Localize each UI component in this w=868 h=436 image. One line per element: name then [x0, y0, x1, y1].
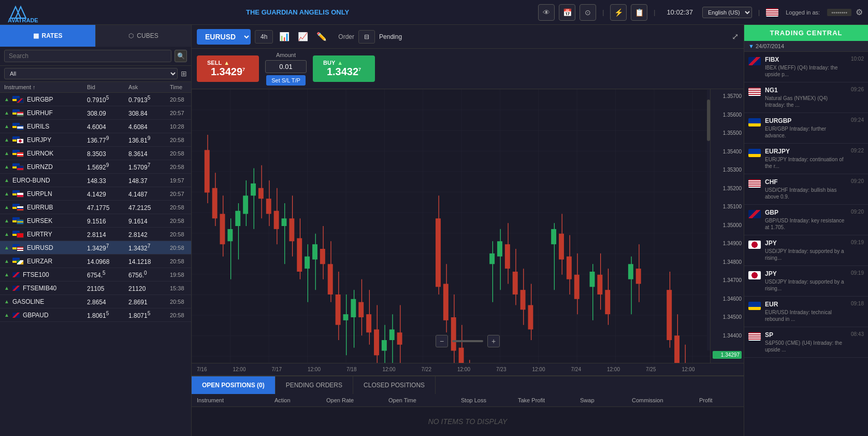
instrument-row[interactable]: ▲ EURJPY 136.779 136.819 20:58	[0, 133, 191, 147]
instrument-row[interactable]: ▲ GBPAUD 1.80615 1.80715 20:58	[0, 308, 191, 322]
instrument-name: EURILS	[27, 123, 49, 130]
copy-icon[interactable]: 📋	[631, 4, 647, 21]
instrument-row[interactable]: ▲ EURZAR 14.0968 14.1218 20:58	[0, 255, 191, 268]
instrument-row[interactable]: ▲ GASOLINE 2.8654 2.8691 20:58	[0, 295, 191, 308]
tc-description: EUR/USD Intraday: technical rebound in .…	[765, 309, 847, 322]
x-axis-label: 12:00	[233, 367, 245, 372]
tc-list-item[interactable]: CHF USD/CHF Intraday: bullish bias above…	[744, 174, 868, 205]
svg-rect-26	[282, 218, 287, 226]
instrument-row[interactable]: ▲ EURNOK 8.3503 8.3614 20:58	[0, 147, 191, 160]
scroll-thumb[interactable]	[707, 100, 710, 141]
tc-list-item[interactable]: GBP GBP/USD Intraday: key resistance at …	[744, 205, 868, 235]
instrument-row[interactable]: ▲ EURHUF 308.09 308.84 20:57	[0, 106, 191, 120]
instrument-name: EURUSD	[27, 244, 53, 251]
flash-icon[interactable]: ⚡	[610, 4, 627, 21]
time-value: 20:58	[170, 245, 191, 251]
ask-value: 4.1487	[128, 189, 170, 198]
buy-button[interactable]: BUY ▲ 1.34327	[313, 55, 375, 82]
ask-value: 308.84	[128, 108, 170, 117]
instrument-row[interactable]: ▲ EURGBP 0.79105 0.79135 20:58	[0, 93, 191, 106]
instrument-row[interactable]: ▲ EURPLN 4.1429 4.1487 20:57	[0, 187, 191, 201]
instrument-row[interactable]: ▲ EURUSD 1.34297 1.34327 20:58	[0, 241, 191, 255]
tc-list-item[interactable]: SP S&P500 (CME) (U4) Intraday: the upsid…	[744, 327, 868, 358]
chart-line-icon[interactable]: 📈	[296, 30, 310, 44]
tc-list-item[interactable]: EUR EUR/USD Intraday: technical rebound …	[744, 297, 868, 327]
tc-flag	[748, 149, 761, 157]
sell-button[interactable]: SELL ▲ 1.34297	[197, 55, 259, 82]
time-value: 20:58	[170, 137, 191, 143]
tab-cubes[interactable]: ⬡ CUBES	[95, 25, 191, 47]
svg-rect-46	[358, 302, 364, 317]
instruments-list: ▲ EURGBP 0.79105 0.79135 20:58 ▲ EURHUF …	[0, 93, 191, 436]
tc-flag	[748, 88, 761, 96]
tc-list-item[interactable]: FIBX IBEX (MEFF) (Q4) Intraday: the upsi…	[744, 52, 868, 82]
vertical-scrollbar[interactable]	[707, 89, 710, 350]
instrument-row[interactable]: ▲ EURILS 4.6004 4.6084 10:28	[0, 120, 191, 133]
trend-indicator: ▲	[4, 164, 9, 170]
instrument-row[interactable]: ▲ FTSE100 6754.5 6756.0 19:58	[0, 268, 191, 282]
instrument-row[interactable]: ▲ EURNZD 1.56929 1.57097 20:58	[0, 160, 191, 174]
set-sl-tp-button[interactable]: Set S/L T/P	[266, 75, 306, 86]
svg-text:AVATRADE: AVATRADE	[8, 17, 38, 22]
zoom-bar[interactable]	[452, 340, 483, 342]
svg-rect-86	[559, 234, 564, 260]
time-value: 20:58	[170, 231, 191, 237]
instrument-row[interactable]: ▲ EURO-BUND 148.33 148.37 19:57	[0, 174, 191, 187]
tc-list-item[interactable]: EURGBP EUR/GBP Intraday: further advance…	[744, 113, 868, 144]
tab-rates[interactable]: ▦ RATES	[0, 25, 95, 47]
zoom-in-button[interactable]: +	[487, 335, 500, 347]
svg-rect-74	[497, 241, 502, 256]
tc-flag	[748, 302, 761, 310]
ask-value: 4.6084	[128, 122, 170, 131]
instrument-row[interactable]: ▲ EURSEK 9.1516 9.1614 20:58	[0, 214, 191, 228]
instrument-row[interactable]: ▲ FTSEMIB40 21105 21120 15:38	[0, 282, 191, 295]
x-axis-label: 12:00	[308, 367, 321, 372]
instrument-name: EURZAR	[27, 258, 52, 265]
instrument-row[interactable]: ▲ EURRUB 47.1775 47.2125 20:58	[0, 201, 191, 214]
bid-value: 1.34297	[87, 243, 128, 252]
tc-list-item[interactable]: NG1 Natural Gas (NYMEX) (Q4) Intraday: t…	[744, 82, 868, 113]
y-axis-label: 1.34900	[713, 241, 742, 246]
view-grid-icon[interactable]: ⊞	[181, 69, 187, 78]
ask-value: 1.57097	[128, 162, 170, 171]
ask-value: 136.819	[128, 135, 170, 144]
svg-marker-1	[16, 7, 26, 18]
tc-list-item[interactable]: EURJPY EUR/JPY Intraday: continuation of…	[744, 144, 868, 174]
amount-section: Amount Set S/L T/P	[265, 52, 307, 86]
tc-list-item[interactable]: JPY USD/JPY Intraday: supported by a ris…	[744, 266, 868, 297]
trend-indicator: ▲	[4, 272, 9, 277]
amount-input[interactable]	[265, 60, 307, 73]
eye-icon[interactable]: 👁	[538, 4, 555, 21]
order-type-button[interactable]: ⊟	[358, 30, 375, 44]
tab-closed-positions[interactable]: CLOSED POSITIONS	[353, 376, 436, 394]
expand-button[interactable]: ⤢	[732, 32, 739, 41]
calendar-icon[interactable]: 📅	[559, 4, 575, 21]
svg-rect-34	[312, 244, 317, 259]
instrument-name: EURGBP	[27, 96, 53, 103]
tc-symbol: SP	[765, 331, 847, 339]
instrument-row[interactable]: ▲ EURTRY 2.8114 2.8142 20:58	[0, 228, 191, 241]
chart-draw-icon[interactable]: ✏️	[314, 30, 329, 44]
ask-value: 1.80715	[128, 311, 170, 319]
chart-bars-icon[interactable]: 📊	[277, 30, 292, 44]
filter-select[interactable]: All	[4, 68, 178, 79]
settings-icon[interactable]: ⚙	[856, 7, 863, 17]
tab-pending-orders[interactable]: PENDING ORDERS	[276, 376, 353, 394]
tab-open-positions[interactable]: OPEN POSITIONS (0)	[192, 376, 276, 394]
tc-list-item[interactable]: JPY USD/JPY Intraday: supported by a ris…	[744, 235, 868, 266]
tc-flag	[748, 210, 761, 218]
symbol-select[interactable]: EURUSD	[197, 29, 251, 45]
time-value: 20:58	[170, 218, 191, 224]
time-value: 19:57	[170, 177, 191, 184]
language-select[interactable]: English (US)	[702, 7, 752, 18]
sell-arrow: ▲	[224, 60, 229, 66]
zoom-out-button[interactable]: −	[436, 335, 448, 347]
svg-rect-94	[597, 275, 602, 294]
search-button[interactable]: 🔍	[175, 50, 187, 62]
circle-icon[interactable]: ⊙	[580, 4, 596, 21]
tc-flag	[748, 332, 761, 341]
y-axis-label: 1.35000	[713, 222, 742, 228]
timeframe-button[interactable]: 4h	[255, 30, 273, 44]
svg-rect-90	[574, 275, 580, 299]
search-input[interactable]	[4, 50, 171, 62]
